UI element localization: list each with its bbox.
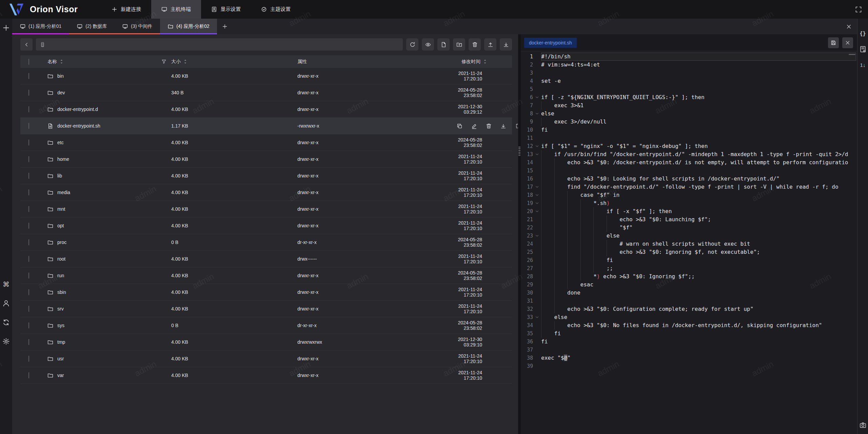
rightbar-doc-bookmark-icon[interactable]	[860, 46, 866, 53]
file-row-bin[interactable]: bin4.00 KBdrwxr-xr-x2021-11-24 17:20:10	[20, 68, 512, 84]
new-tab-button[interactable]	[217, 19, 233, 34]
fold-chevron-down-icon[interactable]	[533, 150, 541, 158]
menu-item-label: 主题设置	[270, 6, 291, 13]
row-checkbox[interactable]	[28, 173, 29, 179]
menu-item-2[interactable]: 显示设置	[201, 0, 251, 19]
row-checkbox[interactable]	[28, 339, 29, 345]
back-button[interactable]	[20, 38, 33, 51]
row-checkbox[interactable]	[28, 123, 29, 129]
new-folder-button[interactable]	[453, 38, 465, 51]
row-checkbox[interactable]	[28, 156, 29, 162]
rightbar-sort-1down-icon[interactable]: 1↓	[860, 61, 866, 68]
new-file-button[interactable]	[437, 38, 450, 51]
download-button[interactable]	[500, 38, 512, 51]
file-name: run	[57, 273, 64, 278]
row-checkbox[interactable]	[28, 322, 29, 328]
terminal-tab-2[interactable]: (2) 数据库	[69, 19, 115, 34]
eye-button[interactable]	[422, 38, 434, 51]
line-number: 31	[521, 297, 533, 305]
file-row-lib[interactable]: lib4.00 KBdrwxr-xr-x2021-11-24 17:20:10	[20, 168, 512, 184]
fold-chevron-down-icon[interactable]	[533, 110, 541, 118]
row-checkbox[interactable]	[28, 90, 29, 96]
file-row-docker-entrypoint.d[interactable]: docker-entrypoint.d4.00 KBdrwxr-xr-x2021…	[20, 101, 512, 118]
sidebar-plus-icon[interactable]	[2, 24, 10, 32]
file-row-tmp[interactable]: tmp4.00 KBdrwxrwxrwx2021-12-30 03:29:10	[20, 334, 512, 351]
trash-button[interactable]	[469, 38, 481, 51]
file-row-dev[interactable]: dev340 Bdrwxr-xr-x2024-05-28 23:58:02	[20, 84, 512, 101]
file-row-home[interactable]: home4.00 KBdrwxr-xr-x2021-11-24 17:20:10	[20, 151, 512, 168]
sort-mtime-icon[interactable]	[482, 59, 488, 64]
line-number: 39	[521, 362, 533, 370]
row-checkbox[interactable]	[28, 223, 29, 229]
row-checkbox[interactable]	[28, 306, 29, 312]
rightbar-braces-icon[interactable]: {}	[860, 30, 866, 37]
row-checkbox[interactable]	[28, 206, 29, 212]
upload-button[interactable]	[484, 38, 496, 51]
fold-chevron-down-icon[interactable]	[533, 199, 541, 207]
file-row-var[interactable]: var4.00 KBdrwxr-xr-x2021-11-24 17:20:10	[20, 367, 512, 384]
file-row-opt[interactable]: opt4.00 KBdrwxr-xr-x2021-11-24 17:20:10	[20, 218, 512, 234]
close-editor-button[interactable]	[842, 37, 853, 48]
row-action-download-icon[interactable]	[500, 123, 506, 129]
file-row-mnt[interactable]: mnt4.00 KBdrwxr-xr-x2021-11-24 17:20:10	[20, 201, 512, 218]
file-row-docker-entrypoint.sh[interactable]: docker-entrypoint.sh1.17 KB-rwxrwxr-x	[20, 118, 512, 134]
file-row-etc[interactable]: etc4.00 KBdrwxr-xr-x2024-05-28 23:58:02	[20, 134, 512, 151]
row-checkbox[interactable]	[28, 256, 29, 262]
path-input-box[interactable]	[36, 38, 403, 51]
row-checkbox[interactable]	[28, 189, 29, 195]
sidebar-user-icon[interactable]	[2, 300, 10, 307]
rightbar-camera-icon[interactable]	[860, 422, 866, 429]
path-input[interactable]	[48, 42, 399, 47]
fold-chevron-down-icon[interactable]	[533, 313, 541, 321]
row-checkbox[interactable]	[28, 239, 29, 245]
fullscreen-icon[interactable]	[855, 6, 862, 13]
sidebar-sync-icon[interactable]	[2, 319, 10, 326]
terminal-tab-1[interactable]: (1) 应用-分析01	[12, 19, 69, 34]
menu-item-1[interactable]: 主机终端	[151, 0, 201, 19]
row-action-edit-icon[interactable]	[471, 123, 477, 129]
fold-chevron-down-icon[interactable]	[533, 191, 541, 199]
file-row-srv[interactable]: srv4.00 KBdrwxr-xr-x2021-11-24 17:20:10	[20, 301, 512, 317]
code-line-32: 32 echo >&3 "$0: Configuration complete;…	[521, 305, 857, 313]
row-checkbox[interactable]	[28, 272, 29, 279]
file-row-run[interactable]: run4.00 KBdrwxr-xr-x2024-05-28 23:58:02	[20, 267, 512, 284]
panel-divider[interactable]	[518, 34, 521, 434]
sidebar-command-icon[interactable]: ⌘	[2, 281, 10, 288]
terminal-tab-4[interactable]: (4) 应用-分析02	[160, 19, 217, 34]
file-row-proc[interactable]: proc0 Bdr-xr-xr-x2024-05-28 23:58:02	[20, 234, 512, 251]
file-row-root[interactable]: root4.00 KBdrwx------2021-11-24 17:20:10	[20, 251, 512, 267]
fold-chevron-down-icon[interactable]	[533, 207, 541, 215]
fold-chevron-down-icon[interactable]	[533, 142, 541, 150]
file-perms: drwxr-xr-x	[297, 173, 457, 178]
row-action-trash-icon[interactable]	[486, 123, 492, 129]
sort-name-icon[interactable]	[59, 59, 64, 64]
row-checkbox[interactable]	[28, 356, 29, 362]
row-action-copy-icon[interactable]	[457, 123, 462, 129]
row-checkbox[interactable]	[28, 289, 29, 295]
file-row-sbin[interactable]: sbin4.00 KBdrwxr-xr-x2021-11-24 17:20:10	[20, 284, 512, 301]
row-checkbox[interactable]	[28, 372, 29, 378]
filter-icon[interactable]	[161, 59, 166, 64]
file-row-usr[interactable]: usr4.00 KBdrwxr-xr-x2021-11-24 17:20:10	[20, 351, 512, 367]
file-row-sys[interactable]: sys0 Bdr-xr-xr-x2024-05-28 23:58:02	[20, 317, 512, 334]
sidebar-gear-icon[interactable]	[2, 338, 10, 345]
fold-chevron-down-icon[interactable]	[533, 93, 541, 101]
file-row-media[interactable]: media4.00 KBdrwxr-xr-x2021-11-24 17:20:1…	[20, 184, 512, 201]
fold-chevron-down-icon[interactable]	[533, 183, 541, 191]
divider-drag-handle-icon[interactable]	[518, 146, 520, 156]
refresh-button[interactable]	[406, 38, 418, 51]
menu-item-3[interactable]: 主题设置	[251, 0, 301, 19]
code-editor[interactable]: 1#!/bin/sh2# vim:sw=4:ts=4:et34set -e56i…	[521, 51, 857, 434]
fold-chevron-down-icon[interactable]	[533, 232, 541, 240]
save-button[interactable]	[828, 37, 839, 48]
terminal-tab-3[interactable]: (3) 中间件	[115, 19, 160, 34]
row-checkbox[interactable]	[28, 139, 29, 146]
row-checkbox[interactable]	[28, 106, 29, 112]
select-all-checkbox[interactable]	[28, 59, 29, 65]
sort-size-icon[interactable]	[183, 59, 188, 64]
editor-file-tab[interactable]: docker-entrypoint.sh	[524, 38, 577, 48]
menu-item-0[interactable]: 新建连接	[101, 0, 151, 19]
row-checkbox[interactable]	[28, 73, 29, 79]
file-size: 4.00 KB	[171, 289, 297, 295]
close-panel-icon[interactable]	[846, 24, 852, 30]
